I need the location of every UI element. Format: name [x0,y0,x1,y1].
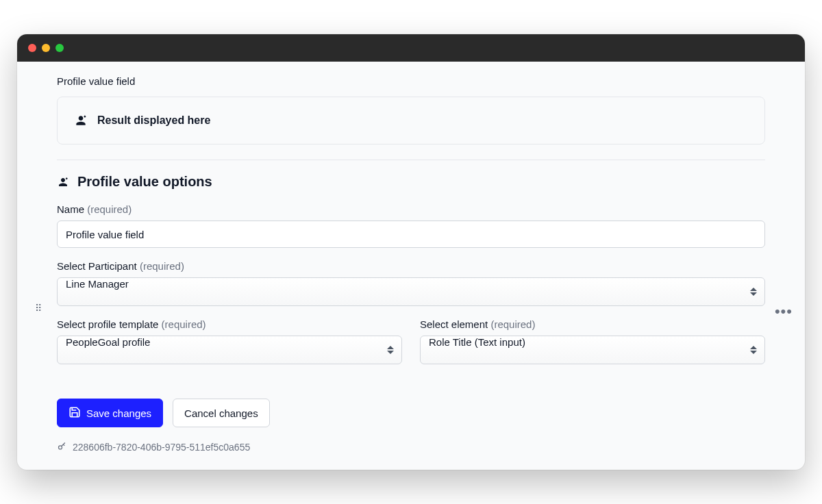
result-label: Result displayed here [97,114,210,127]
save-icon [68,406,81,420]
section-header: Profile value options [57,174,765,190]
required-hint: (required) [140,260,184,272]
key-icon [57,441,67,453]
participant-label: Select Participant (required) [57,260,765,272]
element-select[interactable]: Role Title (Text input) [420,336,765,364]
field-title: Profile value field [57,75,765,87]
name-field-group: Name (required) [57,203,765,248]
save-button[interactable]: Save changes [57,399,163,427]
maximize-window-button[interactable] [55,44,64,52]
profile-template-select[interactable]: PeopleGoal profile [57,336,402,364]
template-label: Select profile template (required) [57,318,402,330]
actions-row: Save changes Cancel changes [57,399,765,427]
divider [57,160,765,160]
more-options-icon[interactable]: ••• [775,303,793,320]
element-label: Select element (required) [420,318,765,330]
person-add-icon [74,114,88,127]
drag-handle-icon[interactable]: ⠿ [35,303,42,314]
person-add-icon [57,176,69,188]
app-window: ⠿ ••• Profile value field Result display… [17,34,805,470]
close-window-button[interactable] [28,44,36,52]
record-key: 228606fb-7820-406b-9795-511ef5c0a655 [73,442,250,453]
record-key-row: 228606fb-7820-406b-9795-511ef5c0a655 [57,441,765,453]
cancel-button[interactable]: Cancel changes [173,399,270,427]
required-hint: (required) [87,203,132,215]
participant-field-group: Select Participant (required) Line Manag… [57,260,765,306]
titlebar [17,34,805,62]
required-hint: (required) [490,318,535,330]
minimize-window-button[interactable] [42,44,50,52]
result-display-card: Result displayed here [57,97,765,144]
template-field-group: Select profile template (required) Peopl… [57,318,402,364]
section-title: Profile value options [77,174,212,190]
participant-select[interactable]: Line Manager [57,277,765,306]
element-field-group: Select element (required) Role Title (Te… [420,318,765,364]
required-hint: (required) [162,318,206,330]
name-label: Name (required) [57,203,765,215]
name-input[interactable] [57,220,765,248]
content-area: ⠿ ••• Profile value field Result display… [17,62,805,470]
